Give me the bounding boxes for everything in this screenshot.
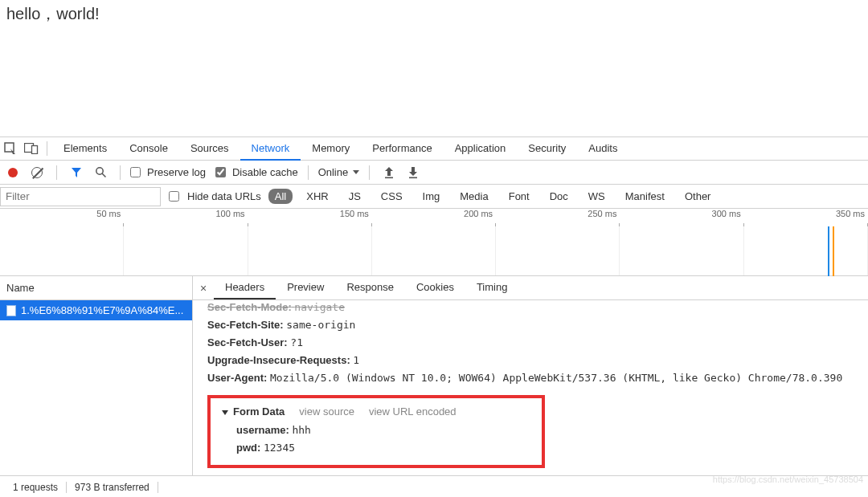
clear-button[interactable]: [27, 162, 47, 183]
hide-data-urls-label: Hide data URLs: [187, 190, 261, 202]
timeline-tick: 350 ms: [744, 209, 868, 225]
disable-cache-checkbox[interactable]: Disable cache: [215, 166, 298, 178]
filter-type-all[interactable]: All: [268, 189, 293, 204]
filter-type-img[interactable]: Img: [416, 189, 447, 204]
request-name: 1.%E6%88%91%E7%9A%84%E...: [21, 304, 183, 316]
timeline-overview[interactable]: 50 ms100 ms150 ms200 ms250 ms300 ms350 m…: [0, 209, 868, 276]
devtools-tab-memory[interactable]: Memory: [301, 137, 361, 161]
timeline-tick: 100 ms: [124, 209, 248, 225]
request-details: × HeadersPreviewResponseCookiesTiming Se…: [193, 276, 868, 480]
status-requests: 1 requests: [5, 482, 67, 493]
filter-icon[interactable]: [67, 162, 86, 183]
document-icon: [6, 305, 16, 316]
filter-type-doc[interactable]: Doc: [543, 189, 575, 204]
svg-rect-2: [32, 146, 38, 154]
timeline-tick: 300 ms: [620, 209, 743, 225]
detail-tab-cookies[interactable]: Cookies: [405, 276, 465, 299]
svg-rect-6: [409, 177, 417, 178]
request-type-filter: AllXHRJSCSSImgMediaFontDocWSManifestOthe…: [266, 189, 720, 204]
upload-har-icon[interactable]: [379, 162, 399, 183]
devtools-tab-network[interactable]: Network: [240, 137, 301, 161]
view-source-link[interactable]: view source: [299, 403, 354, 421]
inspect-icon[interactable]: [0, 138, 21, 159]
headers-body: Sec-Fetch-Mode: navigateSec-Fetch-Site: …: [193, 300, 868, 468]
request-row[interactable]: 1.%E6%88%91%E7%9A%84%E...: [0, 300, 192, 320]
header-row: Sec-Fetch-Site: same-origin: [207, 316, 854, 334]
devtools-tab-application[interactable]: Application: [444, 137, 518, 161]
view-url-encoded-link[interactable]: view URL encoded: [369, 403, 457, 421]
filter-type-other[interactable]: Other: [678, 189, 718, 204]
disable-cache-label: Disable cache: [232, 166, 298, 178]
timeline-tick: 50 ms: [0, 209, 124, 225]
divider: [120, 165, 121, 180]
devtools-tab-performance[interactable]: Performance: [361, 137, 443, 161]
filter-type-font[interactable]: Font: [502, 189, 536, 204]
form-data-toggle[interactable]: Form Data: [222, 403, 285, 421]
detail-tab-preview[interactable]: Preview: [276, 276, 335, 299]
form-data-row: username: hhh: [236, 422, 530, 439]
svg-point-3: [96, 168, 102, 174]
header-row: User-Agent: Mozilla/5.0 (Windows NT 10.0…: [207, 369, 854, 387]
devtools-tab-elements[interactable]: Elements: [52, 137, 118, 161]
devtools-tabs: ElementsConsoleSourcesNetworkMemoryPerfo…: [52, 137, 628, 161]
header-row: Upgrade-Insecure-Requests: 1: [207, 352, 854, 369]
download-har-icon[interactable]: [403, 162, 423, 183]
svg-line-4: [102, 173, 105, 177]
requests-list: Name 1.%E6%88%91%E7%9A%84%E...: [0, 276, 193, 480]
divider: [369, 165, 370, 180]
detail-tab-timing[interactable]: Timing: [465, 276, 519, 299]
timeline-tick: 250 ms: [496, 209, 620, 225]
form-data-title: Form Data: [233, 405, 285, 418]
devtools-tab-sources[interactable]: Sources: [179, 137, 240, 161]
chevron-down-icon: [353, 170, 359, 174]
svg-rect-5: [385, 177, 393, 178]
throttling-select[interactable]: Online: [318, 166, 360, 178]
watermark: https://blog.csdn.net/weixin_45738504: [713, 475, 863, 484]
svg-rect-0: [5, 143, 14, 152]
detail-tab-response[interactable]: Response: [335, 276, 405, 299]
divider: [47, 141, 47, 156]
devtools-tab-console[interactable]: Console: [118, 137, 179, 161]
divider: [308, 165, 309, 180]
preserve-log-checkbox[interactable]: Preserve log: [130, 166, 206, 178]
timeline-tick: 150 ms: [248, 209, 372, 225]
devtools-tab-security[interactable]: Security: [517, 137, 577, 161]
filter-row: Hide data URLs AllXHRJSCSSImgMediaFontDo…: [0, 185, 868, 209]
status-transferred: 973 B transferred: [67, 482, 158, 493]
filter-type-css[interactable]: CSS: [375, 189, 409, 204]
preserve-log-label: Preserve log: [147, 166, 206, 178]
detail-tab-strip: × HeadersPreviewResponseCookiesTiming: [193, 276, 868, 300]
hide-data-urls-checkbox[interactable]: Hide data URLs: [169, 190, 261, 202]
requests-name-header[interactable]: Name: [0, 276, 192, 300]
network-main: Name 1.%E6%88%91%E7%9A%84%E... × Headers…: [0, 276, 868, 481]
filter-type-xhr[interactable]: XHR: [300, 189, 334, 204]
filter-type-js[interactable]: JS: [342, 189, 367, 204]
timeline-marker-domcontent: [828, 226, 829, 276]
divider: [56, 165, 57, 180]
timeline-marker-load: [833, 226, 834, 276]
page-content: hello，world!: [0, 0, 868, 136]
form-data-section: Form Data view source view URL encoded u…: [207, 395, 545, 467]
filter-input[interactable]: [0, 187, 161, 206]
network-toolbar: Preserve log Disable cache Online: [0, 161, 868, 185]
device-toggle-icon[interactable]: [21, 138, 42, 159]
timeline-tick: 200 ms: [372, 209, 496, 225]
filter-type-manifest[interactable]: Manifest: [619, 189, 671, 204]
filter-type-ws[interactable]: WS: [582, 189, 612, 204]
form-data-row: pwd: 12345: [236, 439, 530, 457]
devtools-tab-strip: ElementsConsoleSourcesNetworkMemoryPerfo…: [0, 136, 868, 161]
search-icon[interactable]: [91, 162, 110, 183]
throttling-value: Online: [318, 166, 349, 178]
close-icon[interactable]: ×: [193, 282, 214, 295]
header-row: Sec-Fetch-Mode: navigate: [207, 300, 854, 316]
triangle-down-icon: [222, 410, 228, 415]
header-row: Sec-Fetch-User: ?1: [207, 334, 854, 352]
filter-type-media[interactable]: Media: [453, 189, 494, 204]
record-button[interactable]: [3, 162, 23, 183]
detail-tab-headers[interactable]: Headers: [214, 276, 276, 299]
devtools-tab-audits[interactable]: Audits: [577, 137, 628, 161]
